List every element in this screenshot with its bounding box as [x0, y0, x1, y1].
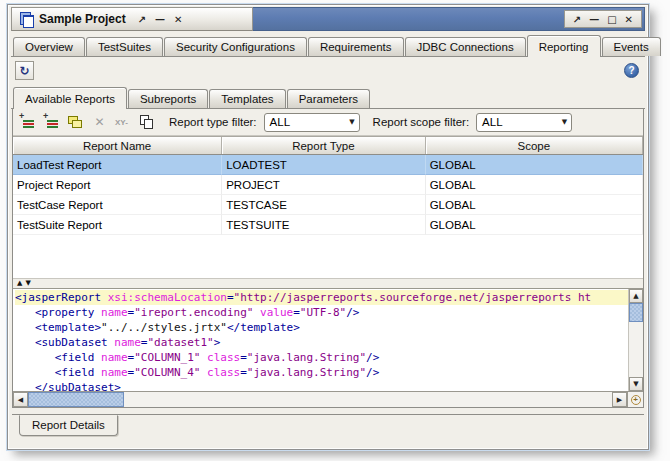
horizontal-scrollbar[interactable]: ◀ ▶ — [13, 392, 627, 407]
report-type-filter-label: Report type filter: — [169, 116, 257, 128]
tab-overview[interactable]: Overview — [13, 37, 85, 56]
arrow-right-icon: ▶ — [617, 396, 622, 404]
column-header-scope[interactable]: Scope — [426, 137, 643, 154]
refresh-button[interactable]: ↻ — [15, 61, 34, 80]
bottom-tab-bar: Report Details — [12, 414, 644, 446]
scroll-left-button[interactable]: ◀ — [13, 392, 28, 407]
tab-jdbc-connections[interactable]: JDBC Connections — [405, 37, 526, 56]
column-header-report-type[interactable]: Report Type — [222, 137, 425, 154]
arrow-up-icon: ▲ — [633, 292, 638, 300]
tab-events[interactable]: Events — [602, 37, 661, 56]
xml-line: <field name="COLUMN_4" class="java.lang.… — [15, 365, 628, 380]
report-type-cell: PROJECT — [222, 175, 425, 195]
report-type-cell: TESTSUITE — [222, 215, 425, 235]
titlebar: Sample Project ↗—✕ ↗—□✕ — [11, 7, 645, 31]
table-row[interactable]: TestCase ReportTESTCASEGLOBAL — [13, 195, 643, 215]
arrow-down-icon: ▼ — [633, 380, 638, 388]
subtab-parameters[interactable]: Parameters — [287, 89, 370, 108]
add-report-icon[interactable]: + — [19, 115, 36, 130]
copy-report-icon[interactable] — [139, 115, 156, 130]
report-name-cell: TestSuite Report — [13, 215, 222, 235]
collapse-down-icon[interactable]: ▼ — [25, 280, 30, 287]
report-type-cell: LOADTEST — [222, 155, 425, 175]
reports-table-header: Report NameReport TypeScope — [13, 136, 643, 155]
horizontal-scroll-thumb[interactable] — [28, 392, 124, 407]
maximize-button[interactable]: □ — [605, 14, 618, 25]
magnifier-icon: + — [631, 395, 641, 405]
add-subreport-icon[interactable]: + — [43, 115, 60, 130]
vertical-scroll-track[interactable] — [629, 322, 643, 377]
available-reports-panel: ++✕XY- Report type filter: ALL ▼ Report … — [12, 109, 644, 408]
xml-line: <subDataset name="dataset1"> — [15, 335, 628, 350]
sub-tab-bar: Available ReportsSubreportsTemplatesPara… — [11, 85, 645, 109]
xml-line: <property name="ireport.encoding" value=… — [15, 305, 628, 320]
refresh-icon: ↻ — [19, 65, 29, 77]
scroll-right-button[interactable]: ▶ — [612, 392, 627, 407]
xml-line: <field name="COLUMN_1" class="java.lang.… — [15, 350, 628, 365]
vertical-scroll-thumb[interactable] — [629, 303, 643, 322]
float-button[interactable]: ↗ — [136, 14, 148, 25]
report-name-cell: Project Report — [13, 175, 222, 195]
help-icon: ? — [628, 65, 634, 76]
reporting-header-toolbar: ↻ ? — [11, 57, 645, 84]
horizontal-scrollbar-row: ◀ ▶ + — [13, 391, 643, 407]
report-scope-filter-select[interactable]: ALL ▼ — [476, 113, 572, 132]
close-button[interactable]: ✕ — [172, 14, 184, 25]
scroll-down-button[interactable]: ▼ — [629, 377, 643, 391]
xml-line: <jasperReport xsi:schemaLocation="http:/… — [15, 290, 628, 305]
report-scope-cell: GLOBAL — [426, 175, 643, 195]
close-button[interactable]: ✕ — [623, 14, 635, 25]
inner-window-controls: ↗—✕ — [136, 14, 185, 25]
scroll-up-button[interactable]: ▲ — [629, 289, 643, 303]
outer-window-controls: ↗—□✕ — [564, 10, 642, 28]
rename-report-icon[interactable]: XY- — [115, 115, 132, 130]
column-header-report-name[interactable]: Report Name — [13, 137, 222, 154]
titlebar-strip: ↗—□✕ — [253, 7, 645, 31]
minimize-button[interactable]: — — [587, 14, 601, 25]
editor-zoom-button[interactable]: + — [627, 392, 643, 407]
xml-editor[interactable]: <jasperReport xsi:schemaLocation="http:/… — [13, 289, 628, 391]
report-type-cell: TESTCASE — [222, 195, 425, 215]
tab-testsuites[interactable]: TestSuites — [86, 37, 163, 56]
subtab-templates[interactable]: Templates — [209, 89, 285, 108]
float-button[interactable]: ↗ — [571, 14, 583, 25]
report-scope-filter-label: Report scope filter: — [373, 116, 470, 128]
report-scope-filter-value: ALL — [482, 116, 502, 128]
xml-editor-wrap: <jasperReport xsi:schemaLocation="http:/… — [13, 289, 643, 391]
reports-table-body: LoadTest ReportLOADTESTGLOBALProject Rep… — [13, 155, 643, 278]
chevron-down-icon: ▼ — [349, 118, 354, 126]
xml-line: <template>"../../styles.jrtx"</template> — [15, 320, 628, 335]
bottom-tab-report-details[interactable]: Report Details — [19, 415, 118, 436]
window-title: Sample Project — [39, 12, 126, 26]
collapse-up-icon[interactable]: ▲ — [17, 280, 22, 287]
chevron-down-icon: ▼ — [562, 118, 567, 126]
main-tab-bar: OverviewTestSuitesSecurity Configuration… — [11, 31, 645, 57]
splitter[interactable]: ▲ ▼ — [13, 278, 643, 289]
report-name-cell: LoadTest Report — [13, 155, 222, 175]
tab-requirements[interactable]: Requirements — [308, 37, 404, 56]
report-scope-cell: GLOBAL — [426, 195, 643, 215]
table-row[interactable]: LoadTest ReportLOADTESTGLOBAL — [13, 155, 643, 175]
minimize-button[interactable]: — — [153, 14, 167, 25]
horizontal-scroll-track[interactable] — [124, 392, 612, 407]
table-row[interactable]: Project ReportPROJECTGLOBAL — [13, 175, 643, 195]
report-scope-cell: GLOBAL — [426, 155, 643, 175]
delete-report-icon[interactable]: ✕ — [91, 115, 108, 130]
arrow-left-icon: ◀ — [18, 396, 23, 404]
report-toolbar: ++✕XY- Report type filter: ALL ▼ Report … — [13, 109, 643, 136]
subtab-subreports[interactable]: Subreports — [128, 89, 208, 108]
clone-report-icon[interactable] — [67, 115, 84, 130]
report-scope-cell: GLOBAL — [426, 215, 643, 235]
report-name-cell: TestCase Report — [13, 195, 222, 215]
project-icon — [20, 12, 33, 26]
window-title-area[interactable]: Sample Project ↗—✕ — [11, 7, 253, 31]
project-window: Sample Project ↗—✕ ↗—□✕ OverviewTestSuit… — [7, 4, 649, 450]
vertical-scrollbar[interactable]: ▲ ▼ — [628, 289, 643, 391]
tab-reporting[interactable]: Reporting — [527, 35, 601, 57]
tab-security-configurations[interactable]: Security Configurations — [164, 37, 307, 56]
subtab-available-reports[interactable]: Available Reports — [13, 87, 127, 109]
help-button[interactable]: ? — [624, 63, 639, 78]
table-row[interactable]: TestSuite ReportTESTSUITEGLOBAL — [13, 215, 643, 235]
report-type-filter-value: ALL — [270, 116, 290, 128]
report-type-filter-select[interactable]: ALL ▼ — [264, 113, 360, 132]
